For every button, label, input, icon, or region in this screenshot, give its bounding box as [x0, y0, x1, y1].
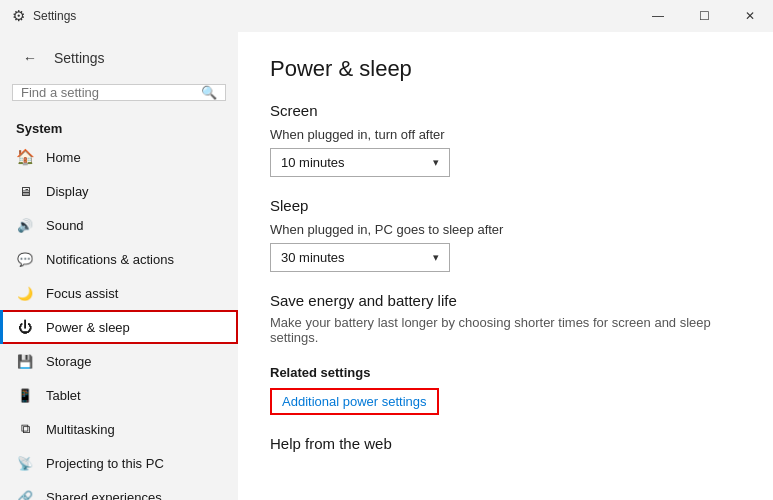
- sidebar-label-focus: Focus assist: [46, 286, 118, 301]
- sidebar-item-display[interactable]: 🖥 Display: [0, 174, 238, 208]
- sidebar-item-projecting[interactable]: 📡 Projecting to this PC: [0, 446, 238, 480]
- screen-dropdown-value: 10 minutes: [281, 155, 345, 170]
- close-button[interactable]: ✕: [727, 0, 773, 32]
- titlebar-title: Settings: [33, 9, 76, 23]
- sidebar-label-notifications: Notifications & actions: [46, 252, 174, 267]
- screen-section-heading: Screen: [270, 102, 741, 119]
- save-energy-desc: Make your battery last longer by choosin…: [270, 315, 741, 345]
- titlebar: ⚙ Settings — ☐ ✕: [0, 0, 773, 32]
- titlebar-controls: — ☐ ✕: [635, 0, 773, 32]
- shared-icon: 🔗: [16, 488, 34, 500]
- minimize-button[interactable]: —: [635, 0, 681, 32]
- sidebar-item-focus[interactable]: 🌙 Focus assist: [0, 276, 238, 310]
- sidebar-item-tablet[interactable]: 📱 Tablet: [0, 378, 238, 412]
- sleep-dropdown-arrow: ▾: [433, 251, 439, 264]
- sidebar-item-storage[interactable]: 💾 Storage: [0, 344, 238, 378]
- sidebar-label-multitasking: Multitasking: [46, 422, 115, 437]
- search-input[interactable]: [21, 85, 201, 100]
- save-energy-title: Save energy and battery life: [270, 292, 741, 309]
- power-icon: ⏻: [16, 318, 34, 336]
- sidebar-item-sound[interactable]: 🔊 Sound: [0, 208, 238, 242]
- app-icon: ⚙: [8, 7, 25, 25]
- maximize-button[interactable]: ☐: [681, 0, 727, 32]
- screen-dropdown[interactable]: 10 minutes ▾: [270, 148, 450, 177]
- sidebar-app-title: Settings: [54, 50, 105, 66]
- notifications-icon: 💬: [16, 250, 34, 268]
- sound-icon: 🔊: [16, 216, 34, 234]
- page-title: Power & sleep: [270, 56, 741, 82]
- search-icon: 🔍: [201, 85, 217, 100]
- additional-power-link-highlight: Additional power settings: [270, 388, 439, 415]
- sidebar-header: ← Settings: [0, 32, 238, 80]
- search-box[interactable]: 🔍: [12, 84, 226, 101]
- screen-field-label: When plugged in, turn off after: [270, 127, 741, 142]
- projecting-icon: 📡: [16, 454, 34, 472]
- help-title: Help from the web: [270, 435, 741, 452]
- content-area: Power & sleep Screen When plugged in, tu…: [238, 32, 773, 500]
- sleep-dropdown-value: 30 minutes: [281, 250, 345, 265]
- screen-dropdown-arrow: ▾: [433, 156, 439, 169]
- tablet-icon: 📱: [16, 386, 34, 404]
- sidebar-item-shared[interactable]: 🔗 Shared experiences: [0, 480, 238, 500]
- sidebar: ← Settings 🔍 System 🏠 Home 🖥 Display 🔊 S…: [0, 32, 238, 500]
- sleep-section-heading: Sleep: [270, 197, 741, 214]
- focus-icon: 🌙: [16, 284, 34, 302]
- sidebar-item-power[interactable]: ⏻ Power & sleep: [0, 310, 238, 344]
- sidebar-label-power: Power & sleep: [46, 320, 130, 335]
- sidebar-item-home[interactable]: 🏠 Home: [0, 140, 238, 174]
- app-container: ← Settings 🔍 System 🏠 Home 🖥 Display 🔊 S…: [0, 32, 773, 500]
- sidebar-label-storage: Storage: [46, 354, 92, 369]
- sidebar-item-notifications[interactable]: 💬 Notifications & actions: [0, 242, 238, 276]
- sleep-dropdown[interactable]: 30 minutes ▾: [270, 243, 450, 272]
- titlebar-left: ⚙ Settings: [8, 7, 76, 25]
- home-icon: 🏠: [16, 148, 34, 166]
- multitasking-icon: ⧉: [16, 420, 34, 438]
- display-icon: 🖥: [16, 182, 34, 200]
- sidebar-label-home: Home: [46, 150, 81, 165]
- sidebar-item-multitasking[interactable]: ⧉ Multitasking: [0, 412, 238, 446]
- sidebar-label-display: Display: [46, 184, 89, 199]
- sidebar-label-projecting: Projecting to this PC: [46, 456, 164, 471]
- sidebar-label-shared: Shared experiences: [46, 490, 162, 501]
- sidebar-label-sound: Sound: [46, 218, 84, 233]
- sleep-field-label: When plugged in, PC goes to sleep after: [270, 222, 741, 237]
- storage-icon: 💾: [16, 352, 34, 370]
- back-button[interactable]: ←: [16, 44, 44, 72]
- related-settings-label: Related settings: [270, 365, 741, 380]
- sidebar-label-tablet: Tablet: [46, 388, 81, 403]
- system-section-label: System: [0, 113, 238, 140]
- additional-power-settings-link[interactable]: Additional power settings: [276, 391, 433, 412]
